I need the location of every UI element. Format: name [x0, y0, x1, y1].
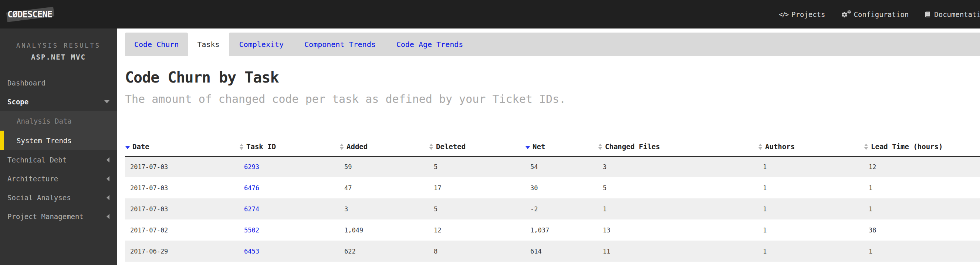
cell-changed-files: 1 — [598, 198, 758, 219]
page-title: Code Churn by Task — [125, 69, 980, 86]
sidebar-item-technical-debt[interactable]: Technical Debt — [0, 150, 117, 169]
cell-date: 2017-07-03 — [125, 198, 239, 219]
chevron-left-icon — [107, 195, 110, 200]
column-header-changed-files[interactable]: Changed Files — [598, 138, 758, 156]
column-header-lead-time-hours[interactable]: Lead Time (hours) — [864, 138, 980, 156]
task-id-link[interactable]: 6476 — [244, 184, 259, 192]
column-header-label: Deleted — [436, 142, 466, 151]
tab-code-churn[interactable]: Code Churn — [125, 33, 188, 56]
cell-task-id: 6453 — [239, 241, 339, 262]
sort-desc-icon — [525, 144, 530, 149]
cell-added: 622 — [339, 241, 429, 262]
cell-lead-time-hours: 1 — [864, 241, 980, 262]
column-header-net[interactable]: Net — [525, 138, 598, 156]
task-id-link[interactable]: 6293 — [244, 163, 259, 171]
cell-changed-files: 13 — [598, 219, 758, 241]
nav-link-projects[interactable]: </>Projects — [779, 10, 825, 19]
code-icon: </> — [779, 11, 788, 18]
chevron-left-icon — [107, 157, 110, 163]
column-header-date[interactable]: Date — [125, 138, 239, 156]
nav-link-configuration[interactable]: Configuration — [841, 10, 909, 19]
sidebar-item-architecture[interactable]: Architecture — [0, 169, 117, 188]
sidebar-subitem-system-trends[interactable]: System Trends — [0, 131, 117, 150]
nav-link-documentation[interactable]: Documentation — [924, 10, 980, 19]
table-row: 2017-06-29645362286141111 — [125, 241, 980, 262]
page-subtitle: The amount of changed code per task as d… — [125, 93, 980, 106]
cell-net: 54 — [525, 156, 598, 177]
column-header-task-id[interactable]: Task ID — [239, 138, 339, 156]
chevron-left-icon — [107, 176, 110, 181]
cell-deleted: 5 — [429, 198, 525, 219]
chevron-down-icon — [104, 100, 110, 103]
sidebar-item-social-analyses[interactable]: Social Analyses — [0, 188, 117, 207]
cell-added: 59 — [339, 156, 429, 177]
table-header-row: DateTask IDAddedDeletedNetChanged FilesA… — [125, 138, 980, 156]
tab-complexity[interactable]: Complexity — [229, 33, 294, 56]
sidebar-header: ANALYSIS RESULTS ASP.NET MVC — [0, 29, 117, 71]
task-id-link[interactable]: 6274 — [244, 205, 259, 213]
sidebar-subitem-label: System Trends — [17, 137, 72, 145]
app-logo[interactable]: CØDESCENE — [7, 0, 52, 29]
column-header-deleted[interactable]: Deleted — [429, 138, 525, 156]
cell-date: 2017-07-02 — [125, 219, 239, 241]
column-header-added[interactable]: Added — [339, 138, 429, 156]
sidebar-submenu: Analysis DataSystem Trends — [0, 111, 117, 150]
sidebar-item-dashboard[interactable]: Dashboard — [0, 73, 117, 92]
cell-authors: 1 — [758, 241, 864, 262]
cell-authors: 1 — [758, 198, 864, 219]
table-row: 2017-07-036476471730511 — [125, 177, 980, 198]
cell-lead-time-hours: 1 — [864, 177, 980, 198]
sidebar-item-scope[interactable]: Scope — [0, 92, 117, 111]
sidebar-item-label: Scope — [7, 98, 29, 106]
sort-both-icon — [758, 144, 763, 150]
cell-task-id: 6274 — [239, 198, 339, 219]
column-header-label: Net — [533, 142, 545, 151]
column-header-label: Lead Time (hours) — [871, 142, 943, 151]
cell-deleted: 5 — [429, 156, 525, 177]
tab-strip: ComplexityComponent TrendsCode Age Trend… — [229, 33, 980, 56]
sort-both-icon — [864, 144, 869, 150]
column-header-label: Task ID — [246, 142, 276, 151]
nav-link-label: Documentation — [934, 10, 980, 19]
task-id-link[interactable]: 5502 — [244, 227, 259, 234]
tab-bar: Code ChurnTasksComplexityComponent Trend… — [125, 33, 980, 56]
top-navbar: CØDESCENE </>ProjectsConfigurationDocume… — [0, 0, 980, 29]
nav-link-label: Projects — [791, 10, 826, 19]
sidebar-subitem-analysis-data[interactable]: Analysis Data — [0, 111, 117, 131]
cell-task-id: 6293 — [239, 156, 339, 177]
sidebar-subitem-label: Analysis Data — [17, 117, 72, 125]
cell-lead-time-hours: 38 — [864, 219, 980, 241]
tab-tasks[interactable]: Tasks — [188, 33, 229, 56]
table-row: 2017-07-03627435-2111 — [125, 198, 980, 219]
table-row: 2017-07-036293595543112 — [125, 156, 980, 177]
cell-net: -2 — [525, 198, 598, 219]
sidebar-item-project-management[interactable]: Project Management — [0, 207, 117, 226]
sort-both-icon — [339, 144, 344, 150]
column-header-label: Authors — [765, 142, 795, 151]
column-header-label: Changed Files — [605, 142, 660, 151]
cell-net: 614 — [525, 241, 598, 262]
cell-changed-files: 5 — [598, 177, 758, 198]
task-id-link[interactable]: 6453 — [244, 247, 259, 255]
cell-added: 1,049 — [339, 219, 429, 241]
cell-deleted: 17 — [429, 177, 525, 198]
main-content: Code ChurnTasksComplexityComponent Trend… — [117, 29, 980, 265]
book-icon — [924, 11, 931, 18]
sidebar: ANALYSIS RESULTS ASP.NET MVC DashboardSc… — [0, 29, 117, 265]
cell-lead-time-hours: 12 — [864, 156, 980, 177]
nav-link-label: Configuration — [854, 10, 909, 19]
cell-changed-files: 11 — [598, 241, 758, 262]
cell-deleted: 12 — [429, 219, 525, 241]
cell-authors: 1 — [758, 177, 864, 198]
logo-text: CØDESCENE — [7, 9, 52, 20]
sort-both-icon — [239, 144, 244, 150]
gears-icon — [841, 10, 851, 19]
sidebar-item-label: Architecture — [7, 175, 58, 183]
tab-code-age-trends[interactable]: Code Age Trends — [386, 33, 474, 56]
tab-component-trends[interactable]: Component Trends — [294, 33, 386, 56]
sidebar-item-label: Technical Debt — [7, 156, 67, 164]
column-header-authors[interactable]: Authors — [758, 138, 864, 156]
chevron-left-icon — [107, 214, 110, 219]
cell-lead-time-hours: 1 — [864, 198, 980, 219]
cell-task-id: 6476 — [239, 177, 339, 198]
